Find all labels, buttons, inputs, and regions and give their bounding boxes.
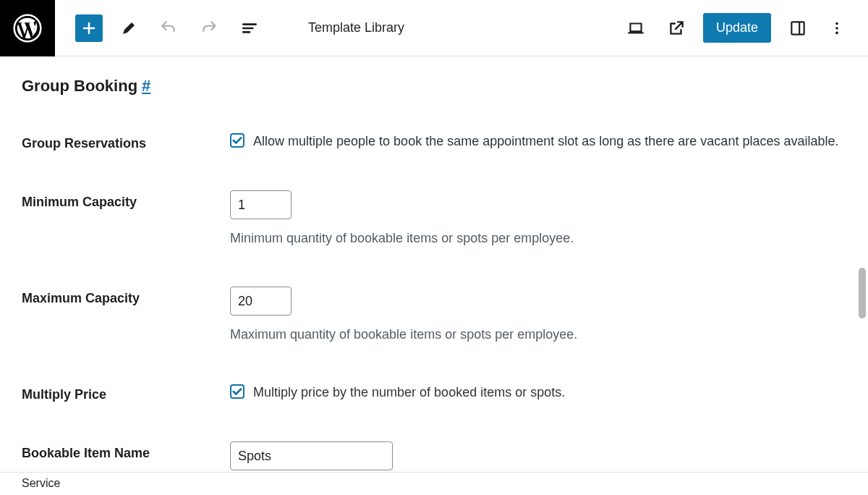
update-button[interactable]: Update	[703, 13, 771, 43]
more-options-button[interactable]	[825, 16, 849, 41]
bookable-item-name-row: Bookable Item Name Your custom name for …	[22, 441, 846, 472]
list-icon	[240, 19, 259, 38]
template-library-label: Template Library	[308, 20, 404, 35]
open-new-tab-button[interactable]	[663, 14, 690, 42]
group-reservations-label: Group Reservations	[22, 132, 230, 151]
section-anchor-link[interactable]: #	[142, 77, 150, 96]
undo-icon	[159, 19, 178, 38]
sidebar-toggle-button[interactable]	[784, 14, 812, 42]
wp-logo[interactable]	[0, 0, 55, 56]
group-reservations-checkbox[interactable]	[230, 133, 244, 148]
max-capacity-label: Maximum Capacity	[22, 287, 230, 306]
scrollbar[interactable]	[859, 268, 866, 318]
panel-icon	[788, 19, 807, 38]
wordpress-icon	[13, 14, 42, 43]
list-view-button[interactable]	[236, 14, 263, 42]
edit-button[interactable]	[116, 15, 142, 41]
pencil-icon	[120, 20, 137, 37]
check-icon	[232, 135, 242, 145]
plus-icon	[80, 20, 98, 37]
editor-toolbar: Template Library Update	[0, 0, 868, 56]
multiply-price-checkbox[interactable]	[230, 384, 244, 399]
min-capacity-help: Minimum quantity of bookable items or sp…	[230, 229, 846, 248]
check-icon	[232, 386, 242, 397]
breadcrumb-current[interactable]: Service	[22, 477, 60, 489]
section-title: Group Booking #	[22, 77, 846, 96]
undo-button[interactable]	[155, 14, 182, 42]
multiply-price-row: Multiply Price Multiply price by the num…	[22, 383, 846, 402]
desktop-view-button[interactable]	[622, 14, 650, 42]
multiply-price-label: Multiply Price	[22, 383, 230, 402]
svg-rect-1	[791, 22, 804, 34]
bookable-item-name-input[interactable]	[230, 441, 393, 470]
max-capacity-row: Maximum Capacity Maximum quantity of boo…	[22, 287, 846, 344]
laptop-icon	[626, 19, 645, 38]
section-title-text: Group Booking	[22, 77, 137, 96]
min-capacity-row: Minimum Capacity Minimum quantity of boo…	[22, 190, 846, 248]
bookable-item-name-label: Bookable Item Name	[22, 441, 230, 461]
min-capacity-input[interactable]	[230, 190, 292, 219]
redo-button[interactable]	[195, 14, 223, 42]
toolbar-right-actions: Update	[622, 13, 868, 43]
redo-icon	[200, 19, 218, 38]
group-reservations-text: Allow multiple people to book the same a…	[253, 132, 838, 151]
toolbar-left-actions: Template Library	[55, 14, 404, 42]
add-block-button[interactable]	[75, 14, 103, 42]
external-link-icon	[667, 19, 686, 38]
editor-content: Group Booking # Group Reservations Allow…	[0, 56, 868, 472]
svg-point-2	[835, 22, 838, 25]
max-capacity-input[interactable]	[230, 287, 292, 316]
more-vertical-icon	[829, 20, 845, 36]
min-capacity-label: Minimum Capacity	[22, 190, 230, 210]
breadcrumb: Service	[0, 472, 868, 495]
svg-point-4	[835, 31, 838, 34]
multiply-price-text: Multiply price by the number of booked i…	[253, 383, 565, 402]
max-capacity-help: Maximum quantity of bookable items or sp…	[230, 326, 846, 344]
svg-point-3	[835, 27, 838, 30]
group-reservations-row: Group Reservations Allow multiple people…	[22, 132, 846, 151]
